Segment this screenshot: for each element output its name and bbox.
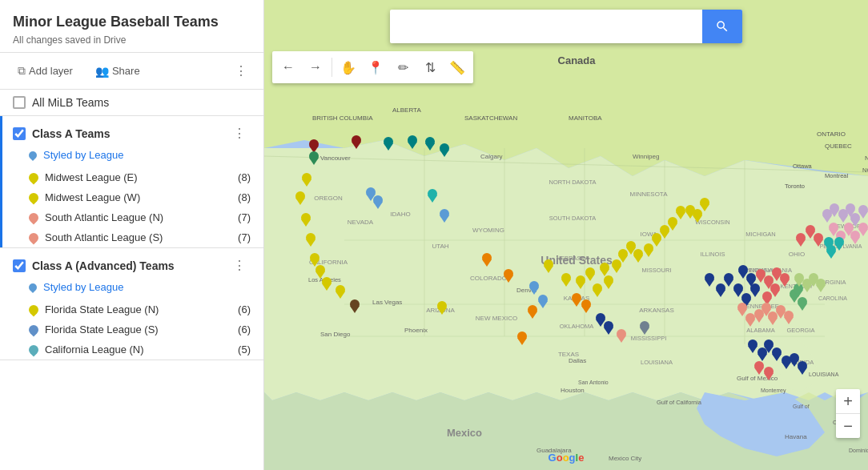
svg-text:ILLINOIS: ILLINOIS xyxy=(701,251,725,258)
svg-text:COLORADO: COLORADO xyxy=(470,275,507,282)
sidebar-content: All MiLB Teams Class A Teams ⋮ Styled by… xyxy=(0,90,263,470)
svg-text:ALABAMA: ALABAMA xyxy=(746,327,774,334)
add-layer-button[interactable]: ⧉ Add layer xyxy=(10,59,81,82)
toolbar-separator-1 xyxy=(332,58,332,77)
svg-text:Calgary: Calgary xyxy=(480,153,503,160)
svg-text:Mexico City: Mexico City xyxy=(609,455,641,462)
midwest-w-pin xyxy=(29,192,38,203)
pin-tool-button[interactable]: 📍 xyxy=(363,54,388,80)
svg-text:San Diego: San Diego xyxy=(320,331,351,338)
draw-tool-button[interactable]: ✏ xyxy=(390,54,416,80)
class-a-adv-title: Class A (Advanced) Teams xyxy=(32,259,222,272)
search-button[interactable] xyxy=(702,10,742,43)
svg-text:LOUISIANA: LOUISIANA xyxy=(809,372,839,377)
fsl-n-label: Florida State League (N) xyxy=(45,303,231,315)
svg-text:Monterrey: Monterrey xyxy=(761,388,786,394)
svg-text:OHIO: OHIO xyxy=(789,251,805,258)
midwest-w-count: (8) xyxy=(238,191,251,203)
share-label: Share xyxy=(112,65,140,77)
class-a-adv-checkbox[interactable] xyxy=(13,259,26,272)
svg-text:CAROLINA: CAROLINA xyxy=(818,295,847,301)
svg-text:Vancouver: Vancouver xyxy=(320,155,351,162)
all-teams-row: All MiLB Teams xyxy=(0,90,263,116)
svg-text:QUEBEC: QUEBEC xyxy=(825,143,852,150)
svg-text:Winnipeg: Winnipeg xyxy=(633,153,659,160)
svg-text:BRITISH COLUMBIA: BRITISH COLUMBIA xyxy=(312,114,373,122)
fsl-s-count: (6) xyxy=(238,323,251,335)
sidebar: Minor League Baseball Teams All changes … xyxy=(0,0,264,470)
cal-n-label: California League (N) xyxy=(45,343,231,356)
class-a-checkbox[interactable] xyxy=(13,127,26,140)
route-tool-button[interactable]: ⇅ xyxy=(417,54,443,80)
svg-text:LOUISIANA: LOUISIANA xyxy=(641,359,673,366)
search-input[interactable] xyxy=(390,10,702,43)
svg-text:MISSISSIPPI: MISSISSIPPI xyxy=(631,335,667,342)
svg-text:NEVADA: NEVADA xyxy=(348,219,374,226)
class-a-adv-styled-by[interactable]: Styled by League xyxy=(0,279,263,299)
share-icon: 👥 xyxy=(95,65,109,78)
class-a-adv-league-0: Florida State League (N) (6) xyxy=(0,299,263,319)
svg-text:MICHIGAN: MICHIGAN xyxy=(745,231,776,238)
sidebar-actions: ⧉ Add layer 👥 Share ⋮ xyxy=(0,53,263,90)
svg-text:SOUTH DAKOTA: SOUTH DAKOTA xyxy=(549,215,597,222)
svg-text:NORTH DAKOTA: NORTH DAKOTA xyxy=(549,179,597,186)
class-a-active-bar xyxy=(0,116,2,247)
svg-text:PENN-SYLVANIA: PENN-SYLVANIA xyxy=(745,267,792,274)
midwest-e-count: (8) xyxy=(238,171,251,183)
svg-text:WYOMING: WYOMING xyxy=(472,227,504,234)
sal-n-label: South Atlantic League (N) xyxy=(45,211,231,223)
class-a-league-3: South Atlantic League (S) (7) xyxy=(0,227,263,247)
svg-text:MINNESOTA: MINNESOTA xyxy=(630,191,669,198)
svg-text:NEW MEXICO: NEW MEXICO xyxy=(476,315,517,322)
redo-button[interactable]: → xyxy=(303,54,328,80)
style-pin-icon-2 xyxy=(29,282,38,293)
class-a-adv-more-button[interactable]: ⋮ xyxy=(228,256,251,275)
class-a-adv-group: Class A (Advanced) Teams ⋮ Styled by Lea… xyxy=(0,248,263,360)
svg-text:Mexico: Mexico xyxy=(447,427,482,439)
class-a-adv-league-1: Florida State League (S) (6) xyxy=(0,319,263,339)
svg-text:Las Vegas: Las Vegas xyxy=(372,299,402,306)
class-a-league-1: Midwest League (W) (8) xyxy=(0,187,263,207)
all-teams-checkbox[interactable] xyxy=(13,96,26,109)
svg-text:OREGON: OREGON xyxy=(314,195,343,202)
map-toolbar: ← → ✋ 📍 ✏ ⇅ 📏 xyxy=(272,51,473,83)
svg-text:ARKANSAS: ARKANSAS xyxy=(639,307,674,314)
zoom-in-button[interactable]: + xyxy=(836,389,860,413)
sal-n-count: (7) xyxy=(238,211,251,223)
svg-text:Ottawa: Ottawa xyxy=(793,163,813,170)
sidebar-header: Minor League Baseball Teams All changes … xyxy=(0,0,263,53)
sal-s-count: (7) xyxy=(238,231,251,243)
svg-text:Montreal: Montreal xyxy=(825,172,849,179)
fsl-n-count: (6) xyxy=(238,303,251,315)
search-icon xyxy=(715,19,729,34)
svg-text:IDAHO: IDAHO xyxy=(390,211,410,218)
hand-tool-button[interactable]: ✋ xyxy=(336,54,361,80)
zoom-out-button[interactable]: − xyxy=(836,414,860,438)
class-a-styled-label: Styled by League xyxy=(43,149,123,161)
svg-text:MISSOURI: MISSOURI xyxy=(641,267,671,274)
svg-text:Dominican: Dominican xyxy=(849,448,868,453)
svg-text:MANITOBA: MANITOBA xyxy=(569,114,602,122)
ruler-tool-button[interactable]: 📏 xyxy=(444,54,470,80)
map-container[interactable]: Canada United States Mexico OREGON IDAHO… xyxy=(264,0,868,470)
midwest-e-pin xyxy=(29,172,38,183)
class-a-more-button[interactable]: ⋮ xyxy=(228,124,251,143)
undo-button[interactable]: ← xyxy=(275,54,301,80)
cal-n-pin xyxy=(29,344,38,356)
style-pin-icon xyxy=(29,150,38,161)
midwest-w-label: Midwest League (W) xyxy=(45,191,231,203)
class-a-adv-league-2: California League (N) (5) xyxy=(0,339,263,360)
svg-text:GEORGIA: GEORGIA xyxy=(786,327,814,334)
svg-text:Phoenix: Phoenix xyxy=(404,327,428,334)
share-button[interactable]: 👥 Share xyxy=(87,60,148,82)
sidebar-more-button[interactable]: ⋮ xyxy=(228,60,254,82)
class-a-title: Class A Teams xyxy=(32,127,222,140)
fsl-s-pin xyxy=(29,324,38,335)
class-a-group: Class A Teams ⋮ Styled by League Midwest… xyxy=(0,116,263,248)
svg-text:NEW BRUNSWICK: NEW BRUNSWICK xyxy=(865,155,868,162)
class-a-styled-by[interactable]: Styled by League xyxy=(0,147,263,167)
class-a-adv-styled-label: Styled by League xyxy=(43,281,123,293)
class-a-header: Class A Teams ⋮ xyxy=(0,116,263,147)
svg-text:Houston: Houston xyxy=(561,387,585,394)
svg-text:Toronto: Toronto xyxy=(785,183,805,190)
